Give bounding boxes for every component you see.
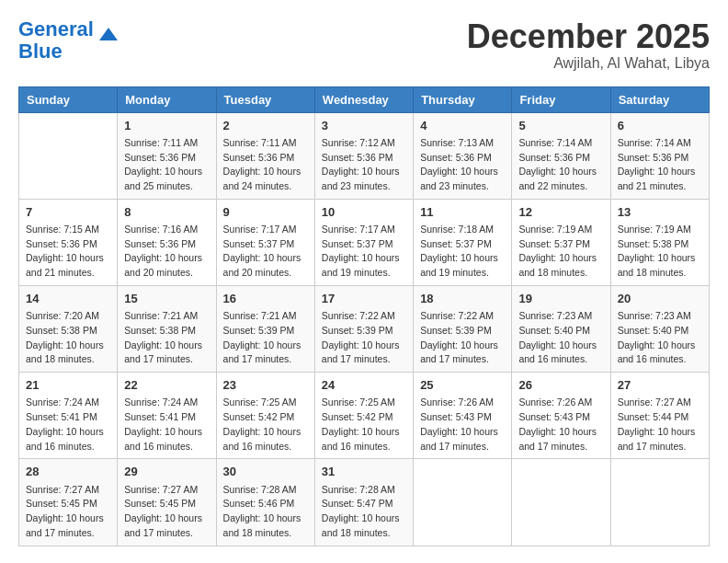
col-header-friday: Friday xyxy=(512,86,610,112)
day-number: 26 xyxy=(518,377,603,394)
calendar-cell: 18Sunrise: 7:22 AMSunset: 5:39 PMDayligh… xyxy=(414,285,512,372)
day-info: Sunrise: 7:23 AMSunset: 5:40 PMDaylight:… xyxy=(518,309,603,367)
calendar-cell: 19Sunrise: 7:23 AMSunset: 5:40 PMDayligh… xyxy=(512,285,610,372)
calendar-cell: 20Sunrise: 7:23 AMSunset: 5:40 PMDayligh… xyxy=(610,285,709,372)
day-info: Sunrise: 7:15 AMSunset: 5:36 PMDaylight:… xyxy=(26,223,110,281)
day-info: Sunrise: 7:27 AMSunset: 5:45 PMDaylight:… xyxy=(26,483,110,541)
day-info: Sunrise: 7:17 AMSunset: 5:37 PMDaylight:… xyxy=(223,223,308,281)
day-number: 27 xyxy=(618,377,702,394)
calendar-cell: 9Sunrise: 7:17 AMSunset: 5:37 PMDaylight… xyxy=(216,199,314,285)
day-info: Sunrise: 7:16 AMSunset: 5:36 PMDaylight:… xyxy=(124,223,209,281)
calendar-cell: 12Sunrise: 7:19 AMSunset: 5:37 PMDayligh… xyxy=(512,199,610,285)
col-header-thursday: Thursday xyxy=(414,86,512,112)
day-info: Sunrise: 7:21 AMSunset: 5:38 PMDaylight:… xyxy=(124,309,209,367)
logo-text: GeneralBlue xyxy=(18,18,94,63)
day-info: Sunrise: 7:22 AMSunset: 5:39 PMDaylight:… xyxy=(420,309,505,367)
calendar-cell: 30Sunrise: 7:28 AMSunset: 5:46 PMDayligh… xyxy=(216,459,314,546)
day-number: 19 xyxy=(518,291,603,307)
calendar-cell xyxy=(512,459,610,546)
day-number: 3 xyxy=(322,118,406,134)
calendar-cell: 24Sunrise: 7:25 AMSunset: 5:42 PMDayligh… xyxy=(314,373,413,459)
day-number: 28 xyxy=(26,464,110,480)
day-number: 18 xyxy=(420,291,505,307)
day-info: Sunrise: 7:27 AMSunset: 5:44 PMDaylight:… xyxy=(618,396,702,454)
day-number: 24 xyxy=(322,377,406,394)
title-block: December 2025 Awjilah, Al Wahat, Libya xyxy=(467,18,710,72)
day-info: Sunrise: 7:24 AMSunset: 5:41 PMDaylight:… xyxy=(124,396,209,454)
day-info: Sunrise: 7:25 AMSunset: 5:42 PMDaylight:… xyxy=(223,396,308,454)
day-info: Sunrise: 7:23 AMSunset: 5:40 PMDaylight:… xyxy=(618,309,702,367)
day-info: Sunrise: 7:19 AMSunset: 5:37 PMDaylight:… xyxy=(518,223,603,281)
calendar-cell: 5Sunrise: 7:14 AMSunset: 5:36 PMDaylight… xyxy=(512,112,610,199)
day-number: 13 xyxy=(618,204,702,221)
day-number: 8 xyxy=(124,204,209,221)
calendar-cell: 22Sunrise: 7:24 AMSunset: 5:41 PMDayligh… xyxy=(118,373,216,459)
month-title: December 2025 xyxy=(467,18,710,55)
calendar-cell: 31Sunrise: 7:28 AMSunset: 5:47 PMDayligh… xyxy=(314,459,413,546)
calendar-cell: 25Sunrise: 7:26 AMSunset: 5:43 PMDayligh… xyxy=(414,373,512,459)
day-number: 25 xyxy=(420,377,505,394)
calendar-cell: 4Sunrise: 7:13 AMSunset: 5:36 PMDaylight… xyxy=(414,112,512,199)
day-info: Sunrise: 7:19 AMSunset: 5:38 PMDaylight:… xyxy=(618,223,702,281)
col-header-wednesday: Wednesday xyxy=(314,86,413,112)
col-header-sunday: Sunday xyxy=(19,86,118,112)
day-number: 9 xyxy=(223,204,308,221)
calendar-cell: 11Sunrise: 7:18 AMSunset: 5:37 PMDayligh… xyxy=(414,199,512,285)
day-info: Sunrise: 7:27 AMSunset: 5:45 PMDaylight:… xyxy=(124,483,209,541)
day-number: 11 xyxy=(420,204,505,221)
calendar-cell: 2Sunrise: 7:11 AMSunset: 5:36 PMDaylight… xyxy=(216,112,314,199)
day-info: Sunrise: 7:24 AMSunset: 5:41 PMDaylight:… xyxy=(26,396,110,454)
day-number: 12 xyxy=(518,204,603,221)
day-info: Sunrise: 7:11 AMSunset: 5:36 PMDaylight:… xyxy=(223,136,308,194)
location-title: Awjilah, Al Wahat, Libya xyxy=(467,55,710,72)
calendar-cell xyxy=(610,459,709,546)
day-info: Sunrise: 7:11 AMSunset: 5:36 PMDaylight:… xyxy=(124,136,209,194)
calendar-week-row: 14Sunrise: 7:20 AMSunset: 5:38 PMDayligh… xyxy=(19,285,710,372)
day-info: Sunrise: 7:28 AMSunset: 5:46 PMDaylight:… xyxy=(223,483,308,541)
calendar-cell: 13Sunrise: 7:19 AMSunset: 5:38 PMDayligh… xyxy=(610,199,709,285)
day-number: 29 xyxy=(124,464,209,480)
col-header-tuesday: Tuesday xyxy=(216,86,314,112)
calendar-cell: 21Sunrise: 7:24 AMSunset: 5:41 PMDayligh… xyxy=(19,373,118,459)
calendar-cell xyxy=(414,459,512,546)
page-header: GeneralBlue December 2025 Awjilah, Al Wa… xyxy=(18,18,710,72)
day-info: Sunrise: 7:20 AMSunset: 5:38 PMDaylight:… xyxy=(26,309,110,367)
day-number: 6 xyxy=(618,118,702,134)
calendar-cell: 17Sunrise: 7:22 AMSunset: 5:39 PMDayligh… xyxy=(314,285,413,372)
day-info: Sunrise: 7:17 AMSunset: 5:37 PMDaylight:… xyxy=(322,223,406,281)
calendar-cell: 28Sunrise: 7:27 AMSunset: 5:45 PMDayligh… xyxy=(19,459,118,546)
calendar-cell: 27Sunrise: 7:27 AMSunset: 5:44 PMDayligh… xyxy=(610,373,709,459)
calendar-cell: 26Sunrise: 7:26 AMSunset: 5:43 PMDayligh… xyxy=(512,373,610,459)
calendar-cell: 23Sunrise: 7:25 AMSunset: 5:42 PMDayligh… xyxy=(216,373,314,459)
day-number: 17 xyxy=(322,291,406,307)
calendar-cell: 10Sunrise: 7:17 AMSunset: 5:37 PMDayligh… xyxy=(314,199,413,285)
day-info: Sunrise: 7:14 AMSunset: 5:36 PMDaylight:… xyxy=(618,136,702,194)
calendar-cell: 6Sunrise: 7:14 AMSunset: 5:36 PMDaylight… xyxy=(610,112,709,199)
day-number: 15 xyxy=(124,291,209,307)
day-info: Sunrise: 7:14 AMSunset: 5:36 PMDaylight:… xyxy=(518,136,603,194)
day-info: Sunrise: 7:21 AMSunset: 5:39 PMDaylight:… xyxy=(223,309,308,367)
day-number: 4 xyxy=(420,118,505,134)
day-info: Sunrise: 7:26 AMSunset: 5:43 PMDaylight:… xyxy=(420,396,505,454)
calendar-cell: 1Sunrise: 7:11 AMSunset: 5:36 PMDaylight… xyxy=(118,112,216,199)
day-info: Sunrise: 7:18 AMSunset: 5:37 PMDaylight:… xyxy=(420,223,505,281)
day-number: 21 xyxy=(26,377,110,394)
calendar-cell: 14Sunrise: 7:20 AMSunset: 5:38 PMDayligh… xyxy=(19,285,118,372)
calendar-cell: 29Sunrise: 7:27 AMSunset: 5:45 PMDayligh… xyxy=(118,459,216,546)
calendar-cell: 8Sunrise: 7:16 AMSunset: 5:36 PMDaylight… xyxy=(118,199,216,285)
day-number: 20 xyxy=(618,291,702,307)
day-number: 10 xyxy=(322,204,406,221)
calendar-week-row: 28Sunrise: 7:27 AMSunset: 5:45 PMDayligh… xyxy=(19,459,710,546)
calendar-cell: 15Sunrise: 7:21 AMSunset: 5:38 PMDayligh… xyxy=(118,285,216,372)
calendar-table: SundayMondayTuesdayWednesdayThursdayFrid… xyxy=(18,86,710,546)
day-number: 1 xyxy=(124,118,209,134)
calendar-cell: 16Sunrise: 7:21 AMSunset: 5:39 PMDayligh… xyxy=(216,285,314,372)
day-number: 16 xyxy=(223,291,308,307)
day-number: 14 xyxy=(26,291,110,307)
calendar-week-row: 21Sunrise: 7:24 AMSunset: 5:41 PMDayligh… xyxy=(19,373,710,459)
logo: GeneralBlue xyxy=(18,18,118,63)
day-number: 5 xyxy=(518,118,603,134)
calendar-cell: 7Sunrise: 7:15 AMSunset: 5:36 PMDaylight… xyxy=(19,199,118,285)
day-info: Sunrise: 7:22 AMSunset: 5:39 PMDaylight:… xyxy=(322,309,406,367)
day-number: 30 xyxy=(223,464,308,480)
